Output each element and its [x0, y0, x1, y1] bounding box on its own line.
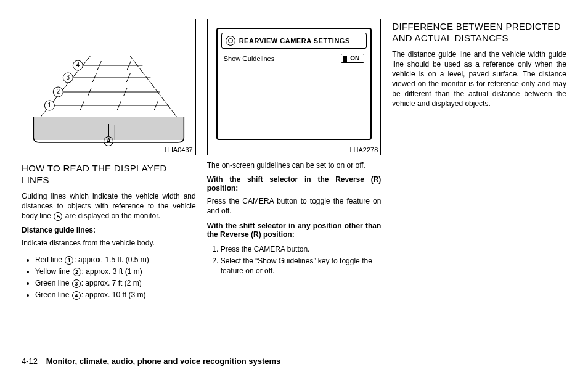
- page-footer: 4-12 Monitor, climate, audio, phone and …: [22, 356, 566, 366]
- row-label: Show Guidelines: [224, 55, 275, 62]
- svg-text:2: 2: [57, 88, 60, 95]
- figure-rearview-diagram: 1 2 3 4: [22, 19, 196, 155]
- svg-text:1: 1: [48, 102, 52, 109]
- settings-row-show-guidelines: Show Guidelines ON: [221, 52, 367, 64]
- callout-a: A: [103, 124, 114, 146]
- svg-text:4: 4: [76, 62, 80, 68]
- gear-icon: [226, 36, 235, 46]
- steps-list: Press the CAMERA button. Select the “Sho…: [207, 242, 382, 279]
- subhead-other-pos: With the shift selector in any position …: [207, 221, 382, 239]
- toggle-switch-icon: [343, 56, 347, 62]
- subhead-reverse: With the shift selector in the Reverse (…: [207, 175, 382, 192]
- ref-a-inline: A: [54, 212, 62, 221]
- list-item: Green line 3: approx. 7 ft (2 m): [35, 279, 196, 288]
- figure-code: LHA2278: [349, 146, 378, 154]
- para-difference: The distance guide line and the vehicle …: [392, 49, 566, 109]
- heading-how-to-read: HOW TO READ THE DISPLAYED LINES: [22, 163, 196, 186]
- column-left: 1 2 3 4: [22, 19, 196, 350]
- list-item: Press the CAMERA button.: [221, 245, 382, 255]
- manual-page: 1 2 3 4: [0, 0, 588, 375]
- list-item: Green line 4: approx. 10 ft (3 m): [35, 291, 196, 300]
- list-item: Red line 1: approx. 1.5 ft. (0.5 m): [35, 255, 196, 265]
- chapter-title: Monitor, climate, audio, phone and voice…: [46, 356, 281, 366]
- subhead-distance-guide: Distance guide lines:: [22, 226, 196, 234]
- content-columns: 1 2 3 4: [22, 19, 566, 350]
- page-number: 4-12: [22, 356, 38, 366]
- para-guiding-intro: Guiding lines which indicate the vehicle…: [22, 191, 196, 221]
- para-press-camera: Press the CAMERA button to toggle the fe…: [207, 196, 382, 216]
- list-item: Select the “Show Guidelines” key to togg…: [221, 257, 382, 276]
- figure-settings-screen: REARVIEW CAMERA SETTINGS Show Guidelines…: [207, 19, 382, 155]
- distance-list: Red line 1: approx. 1.5 ft. (0.5 m) Yell…: [22, 253, 196, 302]
- heading-difference: DIFFERENCE BETWEEN PREDICTED AND ACTUAL …: [392, 21, 566, 44]
- para-indicate: Indicate distances from the vehicle body…: [22, 238, 196, 248]
- list-item: Yellow line 2: approx. 3 ft (1 m): [35, 267, 196, 276]
- settings-header: REARVIEW CAMERA SETTINGS: [221, 33, 367, 49]
- para-onscreen: The on-screen guidelines can be set to o…: [207, 160, 382, 170]
- column-middle: REARVIEW CAMERA SETTINGS Show Guidelines…: [207, 19, 382, 350]
- column-right: DIFFERENCE BETWEEN PREDICTED AND ACTUAL …: [392, 19, 566, 350]
- settings-panel: REARVIEW CAMERA SETTINGS Show Guidelines…: [216, 28, 372, 140]
- figure-code: LHA0437: [165, 146, 193, 154]
- toggle-on: ON: [341, 54, 364, 63]
- settings-title: REARVIEW CAMERA SETTINGS: [239, 37, 350, 44]
- svg-text:3: 3: [67, 74, 70, 81]
